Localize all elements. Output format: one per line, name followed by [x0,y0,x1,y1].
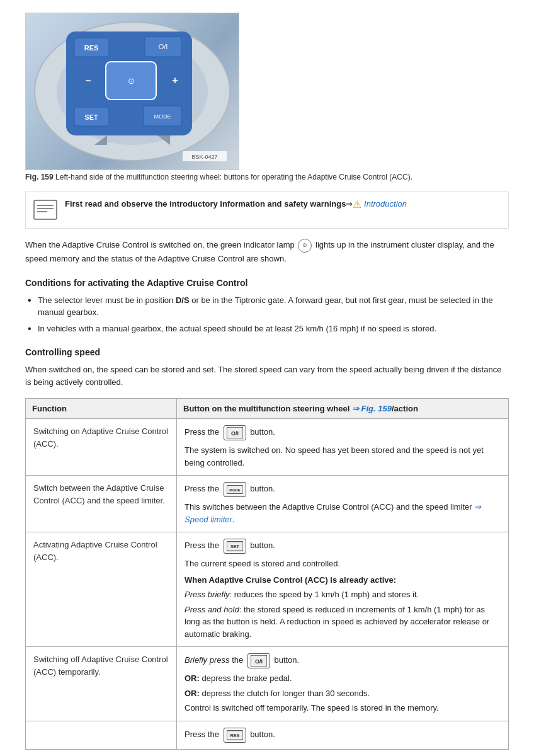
mode-button: MODE [224,482,246,497]
controlling-heading: Controlling speed [25,347,509,357]
press-hold-text: Press and hold: the stored speed is redu… [185,604,501,641]
conditions-list: The selector lever must be in position D… [25,294,509,335]
func-cell-1: Switching on Adaptive Cruise Control (AC… [26,419,177,476]
svg-text:BSK-0427: BSK-0427 [191,154,217,160]
table-col2-header: Button on the multifunction steering whe… [177,399,509,419]
svg-text:SET: SET [84,113,98,121]
info-box: First read and observe the introductory … [25,192,509,229]
svg-text:MODE: MODE [229,488,240,492]
svg-text:–: – [86,75,91,86]
svg-text:O/I: O/I [231,430,239,437]
func-cell-3: Activating Adaptive Cruise Control (ACC)… [26,532,177,647]
oi-button-1: O/I [224,425,246,440]
func-cell-2: Switch between the Adaptive Cruise Contr… [26,476,177,532]
info-box-bold: First read and observe the introductory … [65,199,346,209]
svg-rect-19 [34,200,57,219]
action-cell-4: Briefly press the O/I button. OR: depres… [177,647,509,721]
col2-fig-ref: ⇒ Fig. 159 [352,404,392,413]
table-col1-header: Function [26,399,177,419]
figure-caption-text: Left-hand side of the multifunction stee… [55,173,412,181]
set-button: SET [224,539,246,554]
func-cell-4: Switching off Adaptive Cruise Control (A… [26,647,177,721]
controlling-description: When switched on, the speed can be store… [25,364,509,388]
speed-limiter-link[interactable]: ⇒ Speed limiter [185,502,481,524]
or-clutch-text: OR: depress the clutch for longer than 3… [185,687,501,700]
switched-off-text: Control is switched off temporarily. The… [185,702,501,714]
action-cell-2: Press the MODE button. This switches bet… [177,476,509,532]
function-table: Function Button on the multifunction ste… [25,398,509,750]
svg-text:RES: RES [84,44,99,52]
press-briefly-text: Press briefly: reduces the speed by 1 km… [185,588,501,601]
conditions-item-2: In vehicles with a manual gearbox, the a… [25,323,509,335]
col2-action: /action [392,404,418,413]
ds-label: D/S [176,295,190,305]
oi-button-2: O/I [247,653,270,668]
svg-text:⊙: ⊙ [128,76,135,86]
func-cell-5 [26,721,177,749]
intro-paragraph: When the Adaptive Cruise Control is swit… [25,239,509,265]
res-button: RES [224,728,246,743]
info-box-icon [33,200,57,222]
figure-container: RES O/I ⊙ – + SET MODE [25,13,509,181]
table-row: Press the RES button. [26,721,509,749]
conditions-heading: Conditions for activating the Adaptive C… [25,278,509,288]
intro-link[interactable]: Introduction [364,199,407,209]
table-row: Activating Adaptive Cruise Control (ACC)… [26,532,509,647]
already-active-label: When Adaptive Cruise Control (ACC) is al… [185,574,501,587]
col2-header-text: Button on the multifunction steering whe… [183,404,352,413]
or-brake-text: OR: depress the brake pedal. [185,672,501,685]
action-cell-3: Press the SET button. The current speed … [177,532,509,647]
svg-text:O/I: O/I [159,43,168,50]
figure-number: Fig. 159 [25,173,54,181]
svg-text:+: + [172,75,178,86]
svg-text:RES: RES [230,733,239,738]
figure-image: RES O/I ⊙ – + SET MODE [25,13,239,170]
figure-caption: Fig. 159 Left-hand side of the multifunc… [25,173,509,181]
cruise-indicator-icon: ⊙ [298,239,312,253]
svg-text:MODE: MODE [154,113,171,120]
info-box-text: First read and observe the introductory … [65,198,407,210]
svg-text:SET: SET [230,544,239,549]
table-row: Switch between the Adaptive Cruise Contr… [26,476,509,532]
conditions-section: Conditions for activating the Adaptive C… [25,278,509,335]
table-row: Switching on Adaptive Cruise Control (AC… [26,419,509,476]
controlling-section: Controlling speed When switched on, the … [25,347,509,388]
table-row: Switching off Adaptive Cruise Control (A… [26,647,509,721]
action-cell-5: Press the RES button. [177,721,509,749]
action-cell-1: Press the O/I button. The system is swit… [177,419,509,476]
conditions-item-1: The selector lever must be in position D… [25,294,509,319]
svg-text:O/I: O/I [255,658,263,665]
